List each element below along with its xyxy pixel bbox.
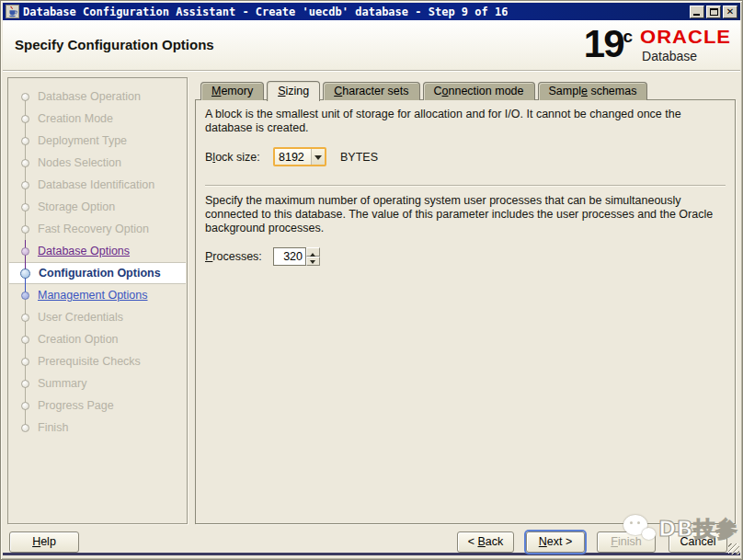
next-button[interactable]: Next > bbox=[526, 531, 585, 553]
wizard-steps-panel: Database Operation Creation Mode Deploym… bbox=[7, 77, 188, 524]
step-creation-option: Creation Option bbox=[8, 328, 187, 350]
step-prerequisite-checks: Prerequisite Checks bbox=[8, 350, 187, 372]
java-app-icon bbox=[6, 5, 19, 18]
step-progress-page: Progress Page bbox=[8, 394, 187, 417]
step-nodes-selection: Nodes Selection bbox=[8, 152, 187, 174]
tab-connection-mode[interactable]: Connection mode bbox=[423, 82, 535, 100]
step-dot bbox=[21, 93, 29, 101]
section-divider bbox=[205, 185, 726, 187]
tab-bar: Memory Sizing Character sets Connection … bbox=[200, 81, 650, 100]
resize-grip[interactable] bbox=[728, 543, 739, 554]
logo-edition: c bbox=[623, 27, 634, 47]
wizard-header: Specify Configuration Options 19 c ORACL… bbox=[3, 20, 740, 71]
close-icon[interactable]: ✕ bbox=[723, 6, 737, 18]
logo-brand: ORACLE bbox=[640, 29, 731, 47]
help-button[interactable]: Help bbox=[9, 531, 79, 553]
cancel-button[interactable]: Cancel bbox=[669, 531, 727, 553]
page-title: Specify Configuration Options bbox=[15, 37, 214, 52]
step-user-credentials: User Credentials bbox=[8, 306, 187, 328]
step-dot bbox=[21, 181, 29, 189]
step-dot bbox=[21, 225, 29, 234]
step-creation-mode: Creation Mode bbox=[8, 108, 187, 130]
processes-label: Processes: bbox=[205, 250, 273, 263]
step-dot bbox=[20, 269, 30, 279]
step-dot bbox=[21, 314, 29, 322]
step-dot bbox=[21, 380, 29, 388]
minimize-icon[interactable] bbox=[690, 6, 704, 18]
tab-content-panel: A block is the smallest unit of storage … bbox=[195, 99, 736, 524]
step-database-identification: Database Identification bbox=[8, 174, 187, 196]
step-database-options[interactable]: Database Options bbox=[8, 240, 187, 262]
step-list: Database Operation Creation Mode Deploym… bbox=[8, 78, 187, 523]
step-dot bbox=[21, 203, 29, 211]
processes-spinner bbox=[273, 247, 320, 266]
processes-row: Processes: bbox=[205, 247, 726, 266]
logo-product: Database bbox=[640, 49, 731, 63]
tab-sample-schemas[interactable]: Sample schemas bbox=[538, 82, 648, 100]
step-dot bbox=[21, 137, 29, 145]
block-size-row: Block size: 8192 BYTES bbox=[205, 147, 726, 166]
step-dot bbox=[21, 424, 29, 432]
step-dot bbox=[21, 358, 29, 366]
step-dot bbox=[21, 159, 29, 167]
spinner-up-icon[interactable] bbox=[306, 247, 320, 257]
tab-character-sets[interactable]: Character sets bbox=[323, 82, 419, 100]
block-size-dropdown[interactable]: 8192 bbox=[273, 147, 326, 166]
block-size-value: 8192 bbox=[275, 149, 311, 165]
processes-description: Specify the maximum number of operating … bbox=[205, 194, 726, 235]
spinner-down-icon[interactable] bbox=[306, 257, 320, 266]
oracle-19c-logo: 19 c ORACLE Database bbox=[584, 24, 731, 64]
tab-sizing[interactable]: Sizing bbox=[267, 81, 320, 101]
chevron-down-icon[interactable] bbox=[311, 149, 325, 165]
finish-button: Finish bbox=[597, 531, 656, 553]
step-storage-option: Storage Option bbox=[8, 196, 187, 218]
title-bar[interactable]: Database Configuration Assistant - Creat… bbox=[3, 3, 740, 20]
maximize-icon[interactable] bbox=[706, 6, 721, 18]
step-summary: Summary bbox=[8, 372, 187, 394]
block-size-label: Block size: bbox=[205, 151, 273, 164]
step-finish: Finish bbox=[8, 417, 187, 439]
step-deployment-type: Deployment Type bbox=[8, 130, 187, 152]
step-dot bbox=[21, 336, 29, 344]
step-dot bbox=[21, 115, 29, 123]
step-configuration-options: Configuration Options bbox=[8, 262, 187, 284]
step-management-options[interactable]: Management Options bbox=[8, 284, 187, 306]
logo-version: 19 bbox=[584, 24, 623, 64]
window-bottom-edge bbox=[3, 553, 740, 555]
step-fast-recovery-option: Fast Recovery Option bbox=[8, 218, 187, 240]
step-database-operation: Database Operation bbox=[8, 86, 187, 108]
step-dot bbox=[21, 402, 29, 410]
processes-input[interactable] bbox=[273, 247, 306, 266]
block-size-unit: BYTES bbox=[340, 151, 378, 164]
window-title: Database Configuration Assistant - Creat… bbox=[23, 6, 508, 18]
tab-memory[interactable]: Memory bbox=[200, 82, 264, 100]
back-button[interactable]: < Back bbox=[457, 531, 514, 553]
step-dot bbox=[21, 247, 29, 256]
block-size-description: A block is the smallest unit of storage … bbox=[205, 108, 726, 135]
step-dot bbox=[21, 291, 29, 300]
